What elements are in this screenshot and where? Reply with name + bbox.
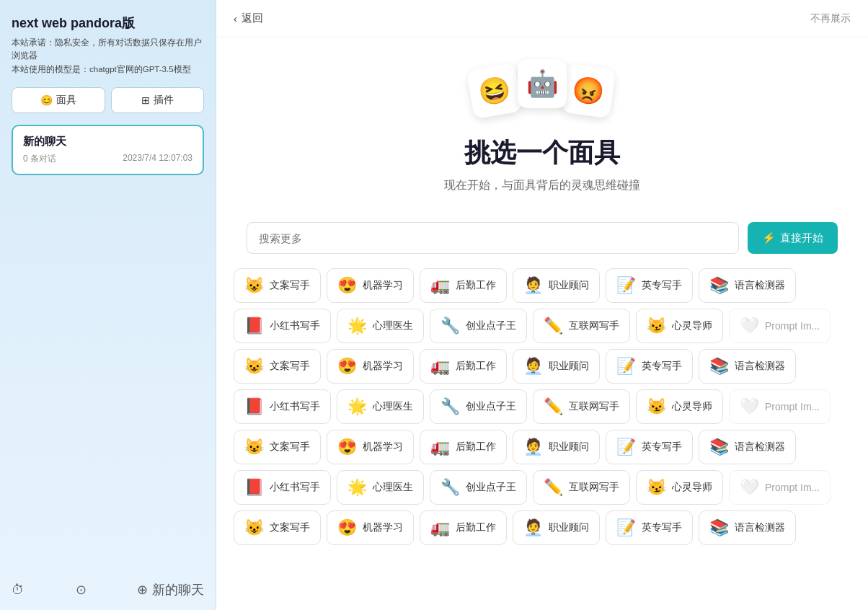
card-row-4: 😺文案写手😍机器学习🚛后勤工作🧑‍💼职业顾问📝英专写手📚语言检测器 (234, 430, 851, 464)
card-item[interactable]: 😍机器学习 (327, 349, 414, 384)
card-label: 机器学习 (363, 521, 403, 534)
card-item[interactable]: 🤍Prompt Im... (729, 389, 831, 424)
card-item[interactable]: 📕小红书写手 (234, 309, 331, 343)
card-item[interactable]: 📕小红书写手 (234, 470, 331, 505)
card-label: 互联网写手 (569, 481, 619, 494)
card-label: 心理医生 (373, 400, 413, 413)
card-emoji: ✏️ (544, 478, 563, 497)
card-emoji: 🔧 (440, 317, 460, 335)
back-arrow-icon: ‹ (234, 12, 237, 25)
card-emoji: 😺 (244, 438, 264, 456)
card-item[interactable]: 🧑‍💼职业顾问 (513, 510, 600, 545)
card-emoji: 😼 (647, 478, 666, 497)
back-button[interactable]: ‹ 返回 (234, 12, 263, 25)
card-label: 职业顾问 (549, 521, 589, 534)
sidebar-footer: ⏱ ⊙ ⊕ 新的聊天 (12, 573, 204, 598)
card-row-5: 📕小红书写手🌟心理医生🔧创业点子王✏️互联网写手😼心灵导师🤍Prompt Im.… (234, 470, 851, 505)
card-emoji: 🤍 (740, 397, 759, 416)
card-item[interactable]: 🌟心理医生 (337, 470, 424, 505)
card-row-0: 😺文案写手😍机器学习🚛后勤工作🧑‍💼职业顾问📝英专写手📚语言检测器 (234, 268, 851, 303)
card-label: 后勤工作 (456, 441, 496, 454)
card-item[interactable]: 😼心灵导师 (636, 389, 723, 424)
card-item[interactable]: 🌟心理医生 (337, 389, 424, 424)
card-emoji: 😍 (337, 518, 357, 537)
card-item[interactable]: 📚语言检测器 (699, 510, 796, 545)
card-item[interactable]: 📚语言检测器 (699, 430, 796, 464)
card-label: 后勤工作 (456, 279, 496, 292)
card-item[interactable]: 🔧创业点子王 (430, 470, 527, 505)
card-item[interactable]: ✏️互联网写手 (533, 309, 630, 343)
card-item[interactable]: 😍机器学习 (327, 510, 414, 545)
card-emoji: 📚 (709, 438, 729, 456)
cards-container: 😺文案写手😍机器学习🚛后勤工作🧑‍💼职业顾问📝英专写手📚语言检测器📕小红书写手🌟… (216, 261, 868, 610)
card-item[interactable]: 😺文案写手 (234, 430, 321, 464)
card-item[interactable]: 😺文案写手 (234, 349, 321, 384)
card-item[interactable]: 😍机器学习 (327, 430, 414, 464)
github-icon-btn[interactable]: ⊙ (76, 582, 87, 598)
card-item[interactable]: 😍机器学习 (327, 268, 414, 303)
sidebar-desc1: 本站承诺：隐私安全，所有对话数据只保存在用户浏览器 本站使用的模型是：chatg… (12, 36, 204, 76)
card-emoji: 📕 (244, 397, 264, 416)
card-label: 英专写手 (642, 441, 682, 454)
chat-count: 0 条对话 (23, 153, 56, 165)
card-emoji: 📚 (709, 357, 729, 376)
search-row: ⚡ 直接开始 (218, 208, 867, 261)
sidebar-title: next web pandora版 (12, 14, 204, 32)
card-label: 英专写手 (642, 279, 682, 292)
card-emoji: 🧑‍💼 (523, 438, 543, 456)
card-item[interactable]: 🧑‍💼职业顾问 (513, 430, 600, 464)
main-content: ‹ 返回 不再展示 😆 🤖 😡 挑选一个面具 现在开始，与面具背后的灵魂思维碰撞… (216, 0, 868, 610)
card-item[interactable]: ✏️互联网写手 (533, 389, 630, 424)
hero-icon-center: 🤖 (518, 59, 567, 108)
card-item[interactable]: 🚛后勤工作 (420, 510, 507, 545)
start-button[interactable]: ⚡ 直接开始 (748, 222, 838, 254)
no-show-button[interactable]: 不再展示 (810, 12, 851, 25)
card-emoji: 🌟 (347, 397, 367, 416)
card-emoji: 📚 (709, 518, 729, 537)
card-item[interactable]: 🔧创业点子王 (430, 389, 527, 424)
clock-icon-btn[interactable]: ⏱ (12, 583, 25, 598)
card-item[interactable]: 🔧创业点子王 (430, 309, 527, 343)
card-item[interactable]: 🚛后勤工作 (420, 430, 507, 464)
hero-subtitle: 现在开始，与面具背后的灵魂思维碰撞 (231, 178, 854, 193)
card-item[interactable]: 📝英专写手 (606, 430, 693, 464)
tab-plugin[interactable]: ⊞ 插件 (111, 87, 205, 113)
card-item[interactable]: 📝英专写手 (606, 349, 693, 384)
card-item[interactable]: 📚语言检测器 (699, 268, 796, 303)
card-label: 后勤工作 (456, 521, 496, 534)
card-label: 文案写手 (270, 360, 310, 373)
card-item[interactable]: 🤍Prompt Im... (729, 309, 831, 343)
card-item[interactable]: 😺文案写手 (234, 268, 321, 303)
card-row-2: 😺文案写手😍机器学习🚛后勤工作🧑‍💼职业顾问📝英专写手📚语言检测器 (234, 349, 851, 384)
card-item[interactable]: 😼心灵导师 (636, 309, 723, 343)
card-emoji: 🚛 (430, 276, 450, 295)
start-label: 直接开始 (780, 231, 823, 245)
card-item[interactable]: 🧑‍💼职业顾问 (513, 268, 600, 303)
search-input[interactable] (247, 222, 739, 254)
chat-item[interactable]: 新的聊天 0 条对话 2023/7/4 12:07:03 (12, 125, 204, 175)
card-item[interactable]: 🚛后勤工作 (420, 349, 507, 384)
card-emoji: 📕 (244, 317, 264, 335)
card-label: Prompt Im... (765, 482, 820, 493)
card-emoji: 🧑‍💼 (523, 357, 543, 376)
card-item[interactable]: 😼心灵导师 (636, 470, 723, 505)
card-item[interactable]: 🚛后勤工作 (420, 268, 507, 303)
lightning-icon: ⚡ (762, 231, 776, 244)
card-item[interactable]: 🌟心理医生 (337, 309, 424, 343)
tab-mask[interactable]: 😊 面具 (12, 87, 105, 113)
card-item[interactable]: 📕小红书写手 (234, 389, 331, 424)
hero-icons: 😆 🤖 😡 (231, 59, 854, 124)
card-item[interactable]: 🧑‍💼职业顾问 (513, 349, 600, 384)
card-item[interactable]: 📚语言检测器 (699, 349, 796, 384)
card-item[interactable]: 📝英专写手 (606, 268, 693, 303)
card-label: 心理医生 (373, 481, 413, 494)
card-item[interactable]: 😺文案写手 (234, 510, 321, 545)
card-item[interactable]: 📝英专写手 (606, 510, 693, 545)
card-item[interactable]: 🤍Prompt Im... (729, 470, 831, 505)
card-emoji: 🚛 (430, 438, 450, 456)
card-item[interactable]: ✏️互联网写手 (533, 470, 630, 505)
plugin-icon: ⊞ (141, 94, 150, 106)
card-label: 语言检测器 (735, 360, 785, 373)
new-chat-button[interactable]: ⊕ 新的聊天 (137, 581, 204, 598)
sidebar: next web pandora版 本站承诺：隐私安全，所有对话数据只保存在用户… (0, 0, 216, 610)
